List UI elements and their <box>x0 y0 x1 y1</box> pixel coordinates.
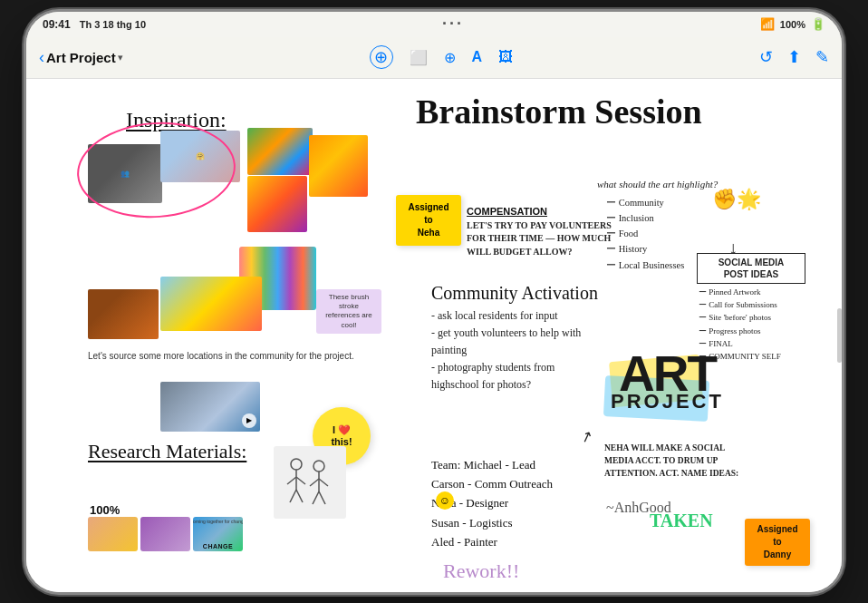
arrow-right-1: ↗ <box>578 426 595 446</box>
photo-people-2: 🤗 <box>160 131 240 182</box>
battery-icon: 🔋 <box>811 17 825 31</box>
photo-people-1: 👥 <box>88 144 162 203</box>
svg-line-5 <box>296 490 303 502</box>
back-chevron-icon: ‹ <box>39 48 44 67</box>
art-highlight-question: what should the art highlight? <box>597 179 718 190</box>
photo-abstract <box>160 277 262 331</box>
brainstorm-title: Brainstorm Session <box>416 92 702 131</box>
doc-title: Art Project <box>46 50 116 65</box>
bottom-scribble: Rework!! <box>443 559 519 583</box>
svg-line-10 <box>313 491 319 504</box>
pencil-tool-icon[interactable]: ⊕ <box>370 45 393 69</box>
undo-icon[interactable]: ↺ <box>759 47 773 67</box>
insert-icon[interactable]: ⊕ <box>444 49 456 66</box>
image-insert-icon[interactable]: 🖼 <box>498 49 513 65</box>
smiley-icon: ☺ <box>436 491 454 510</box>
svg-line-8 <box>310 479 319 486</box>
thumb-3[interactable]: CHANGE Coming together for change <box>193 517 243 551</box>
social-media-header: SOCIAL MEDIAPOST IDEAS <box>697 253 805 284</box>
svg-line-4 <box>290 490 296 502</box>
swatch-note: These brush stroke references are cool! <box>316 289 381 335</box>
status-right: 📶 100% 🔋 <box>760 17 825 31</box>
community-sketch-svg <box>274 446 346 519</box>
thumb-1[interactable] <box>88 517 138 551</box>
back-button[interactable]: ‹ Art Project ▾ <box>39 48 123 67</box>
research-title: Research Materials: <box>88 440 246 463</box>
neha-note: NEHA WILL MAKE A SOCIAL MEDIA ACCT. TO D… <box>604 442 740 481</box>
home-indicator[interactable] <box>837 308 842 363</box>
community-sketch <box>274 446 346 519</box>
wifi-icon: 📶 <box>760 17 775 31</box>
svg-line-2 <box>287 477 296 484</box>
toolbar-center: ⊕ ⬜ ⊕ A 🖼 <box>370 45 514 69</box>
photo-street: ▶ <box>160 382 260 432</box>
chevron-down-icon: ▾ <box>118 52 123 63</box>
edit-icon[interactable]: ✎ <box>815 47 829 67</box>
share-icon[interactable]: ⬆ <box>787 47 801 67</box>
art-project-stamp: ART PROJECT <box>611 349 724 412</box>
change-subtitle: Coming together for change <box>193 519 243 524</box>
toolbar-left: ‹ Art Project ▾ <box>39 48 123 67</box>
svg-point-0 <box>291 459 302 470</box>
taken-label: TAKEN <box>650 511 713 531</box>
thumbnail-row: CHANGE Coming together for change <box>88 517 243 551</box>
toolbar-right: ↺ ⬆ ✎ <box>759 47 829 67</box>
compensation-block: COMPENSATION LET'S TRY TO PAY VOLUNTEERS… <box>467 206 621 259</box>
svg-line-9 <box>319 479 328 486</box>
source-note: Let's source some more locations in the … <box>88 349 354 363</box>
status-bar: 09:41 Th 3 18 thg 10 ··· 📶 100% 🔋 <box>26 12 842 37</box>
status-left: 09:41 Th 3 18 thg 10 <box>43 18 146 31</box>
change-label: CHANGE <box>203 543 233 550</box>
photo-mural-1 <box>247 128 313 175</box>
toolbar: ‹ Art Project ▾ ⊕ ⬜ ⊕ A 🖼 ↺ ⬆ ✎ <box>26 37 842 79</box>
inspiration-title: Inspiration: <box>126 108 227 132</box>
text-box-icon[interactable]: ⬜ <box>410 49 428 66</box>
community-activation-block: Community Activation - ask local residen… <box>431 283 599 394</box>
team-block: Team: Michael - Lead Carson - Comm Outre… <box>431 455 594 552</box>
text-format-icon[interactable]: A <box>472 49 483 65</box>
canvas-area: Brainstorm Session Inspiration: 👥 🤗 Thes… <box>26 79 842 592</box>
play-icon[interactable]: ▶ <box>242 413 256 428</box>
sticky-neha[interactable]: Assigned toNeha <box>396 195 461 246</box>
art-highlight-list: ー Community ー Inclusion ー Food ー History… <box>606 195 684 274</box>
photo-mural-2 <box>247 176 307 232</box>
time-display: 09:41 <box>43 18 71 31</box>
fist-emoji: ✊🌟 <box>712 188 761 211</box>
svg-line-11 <box>319 491 325 504</box>
project-word: PROJECT <box>611 392 724 412</box>
battery-display: 100% <box>780 19 805 30</box>
photo-nature <box>88 289 159 339</box>
percent-badge: 100% <box>90 503 120 517</box>
thumb-2[interactable] <box>140 517 190 551</box>
ipad-device: 09:41 Th 3 18 thg 10 ··· 📶 100% 🔋 ‹ Art … <box>26 12 842 592</box>
svg-line-3 <box>296 477 305 484</box>
svg-point-6 <box>313 461 324 472</box>
sticky-danny[interactable]: Assigned toDanny <box>745 519 810 566</box>
date-display: Th 3 18 thg 10 <box>80 19 146 30</box>
photo-art-1 <box>309 135 368 197</box>
status-center: ··· <box>442 15 464 34</box>
